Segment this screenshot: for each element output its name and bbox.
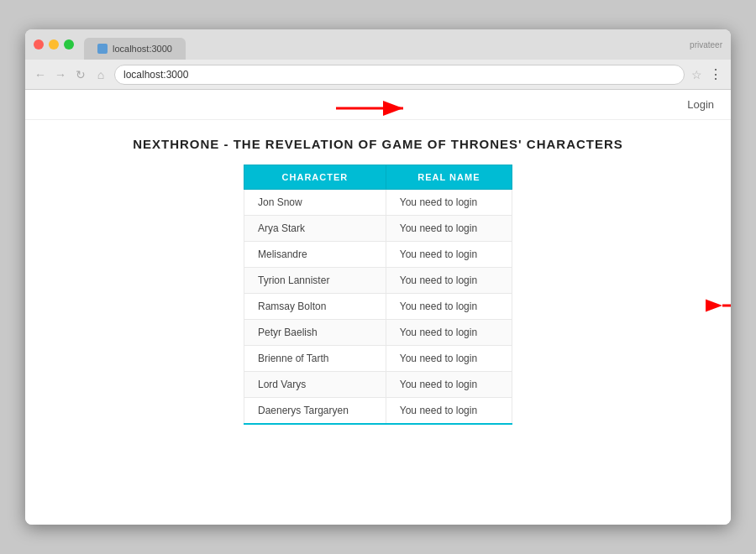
maximize-button[interactable] [64,39,74,50]
table-row: Arya StarkYou need to login [244,216,512,242]
character-cell: Daenerys Targaryen [244,398,386,425]
page-content: Login NEXTHRONE - THE REVELATION OF GAME… [25,90,731,525]
character-cell: Ramsay Bolton [244,294,386,320]
table-row: Petyr BaelishYou need to login [244,320,512,346]
controls-label: privateer [690,40,722,50]
table-row: Ramsay BoltonYou need to login [244,294,512,320]
browser-window: localhost:3000 privateer ← → ↻ ⌂ localho… [25,29,731,525]
minimize-button[interactable] [49,39,59,50]
realname-cell: You need to login [386,398,512,425]
character-cell: Arya Stark [244,216,386,242]
table-row: Tyrion LannisterYou need to login [244,268,512,294]
address-bar: ← → ↻ ⌂ localhost:3000 ☆ ⋮ [25,60,731,90]
realname-cell: You need to login [386,346,512,372]
traffic-lights [34,39,74,50]
back-button[interactable]: ← [34,68,47,81]
forward-button[interactable]: → [54,68,67,81]
browser-tab[interactable]: localhost:3000 [84,38,186,60]
table-row: Lord VarysYou need to login [244,372,512,398]
realname-cell: You need to login [386,320,512,346]
reload-button[interactable]: ↻ [74,68,87,81]
home-button[interactable]: ⌂ [94,68,108,81]
character-cell: Petyr Baelish [244,320,386,346]
arrow-to-tyrion [706,289,731,331]
site-nav: Login [25,90,731,120]
tab-favicon [97,44,108,54]
realname-cell: You need to login [386,242,512,268]
character-cell: Melisandre [244,242,386,268]
close-button[interactable] [34,39,44,50]
col-realname-header: REAL NAME [386,165,512,190]
realname-cell: You need to login [386,294,512,320]
table-row: MelisandreYou need to login [244,242,512,268]
table-row: Brienne of TarthYou need to login [244,346,512,372]
url-text: localhost:3000 [123,69,188,81]
title-bar: localhost:3000 privateer [25,29,731,60]
characters-table: CHARACTER REAL NAME Jon SnowYou need to … [244,165,512,425]
table-container: CHARACTER REAL NAME Jon SnowYou need to … [25,165,731,425]
table-row: Jon SnowYou need to login [244,190,512,216]
url-bar[interactable]: localhost:3000 [114,65,685,85]
arrow-to-login [328,91,428,133]
realname-cell: You need to login [386,372,512,398]
character-cell: Brienne of Tarth [244,346,386,372]
tab-title: localhost:3000 [113,44,172,54]
tab-area: localhost:3000 [84,29,186,60]
page-wrapper: Login NEXTHRONE - THE REVELATION OF GAME… [25,90,731,425]
character-cell: Lord Varys [244,372,386,398]
window-controls-right: privateer [690,40,722,50]
menu-icon[interactable]: ⋮ [709,66,722,82]
character-cell: Jon Snow [244,190,386,216]
realname-cell: You need to login [386,268,512,294]
table-row: Daenerys TargaryenYou need to login [244,398,512,425]
bookmark-icon[interactable]: ☆ [691,68,702,81]
character-cell: Tyrion Lannister [244,268,386,294]
col-character-header: CHARACTER [244,165,386,190]
realname-cell: You need to login [386,190,512,216]
login-link[interactable]: Login [687,98,714,111]
realname-cell: You need to login [386,216,512,242]
page-title: NEXTHRONE - THE REVELATION OF GAME OF TH… [25,137,731,151]
